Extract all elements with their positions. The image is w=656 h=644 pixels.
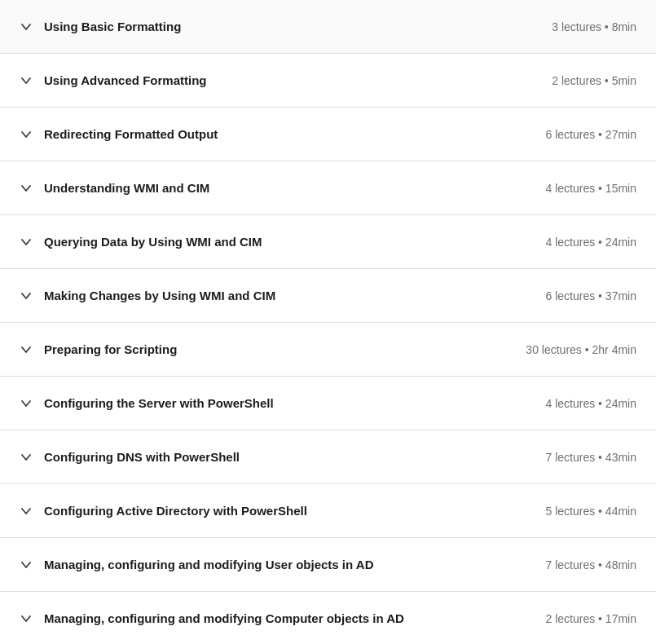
course-title: Preparing for Scripting bbox=[44, 341, 177, 358]
chevron-down-icon bbox=[20, 239, 33, 245]
course-item[interactable]: Preparing for Scripting30 lectures • 2hr… bbox=[0, 323, 656, 377]
course-meta: 7 lectures • 48min bbox=[545, 558, 636, 571]
chevron-down-icon bbox=[20, 508, 33, 514]
course-item-left: Using Basic Formatting bbox=[20, 18, 535, 35]
chevron-down-icon bbox=[20, 454, 33, 461]
course-item-left: Understanding WMI and CIM bbox=[20, 179, 529, 196]
course-meta: 3 lectures • 8min bbox=[552, 20, 636, 33]
course-item[interactable]: Using Advanced Formatting2 lectures • 5m… bbox=[0, 54, 656, 108]
chevron-down-icon bbox=[20, 400, 33, 407]
course-title: Making Changes by Using WMI and CIM bbox=[44, 287, 275, 304]
chevron-down-icon bbox=[20, 562, 33, 568]
chevron-down-icon bbox=[20, 346, 33, 353]
course-item[interactable]: Redirecting Formatted Output6 lectures •… bbox=[0, 108, 656, 161]
course-meta: 4 lectures • 24min bbox=[545, 236, 636, 249]
course-meta: 4 lectures • 15min bbox=[545, 182, 636, 195]
course-item-left: Configuring the Server with PowerShell bbox=[20, 395, 529, 412]
chevron-down-icon bbox=[20, 615, 33, 622]
chevron-down-icon bbox=[20, 293, 33, 299]
course-item-left: Preparing for Scripting bbox=[20, 341, 509, 358]
course-meta: 6 lectures • 37min bbox=[545, 289, 636, 302]
course-meta: 4 lectures • 24min bbox=[545, 397, 636, 410]
course-meta: 7 lectures • 43min bbox=[545, 451, 636, 464]
course-title: Configuring DNS with PowerShell bbox=[44, 448, 240, 465]
course-meta: 2 lectures • 5min bbox=[552, 74, 636, 87]
course-list: Using Basic Formatting3 lectures • 8minU… bbox=[0, 0, 656, 644]
course-title: Using Basic Formatting bbox=[44, 18, 181, 35]
course-item-left: Managing, configuring and modifying Comp… bbox=[20, 610, 529, 627]
course-meta: 5 lectures • 44min bbox=[545, 505, 636, 518]
course-item[interactable]: Managing, configuring and modifying User… bbox=[0, 538, 656, 592]
course-meta: 2 lectures • 17min bbox=[545, 612, 636, 625]
course-item[interactable]: Making Changes by Using WMI and CIM6 lec… bbox=[0, 269, 656, 323]
course-item[interactable]: Configuring the Server with PowerShell4 … bbox=[0, 377, 656, 430]
course-title: Configuring the Server with PowerShell bbox=[44, 395, 274, 412]
course-title: Redirecting Formatted Output bbox=[44, 126, 218, 143]
course-meta: 30 lectures • 2hr 4min bbox=[526, 343, 636, 356]
course-item[interactable]: Understanding WMI and CIM4 lectures • 15… bbox=[0, 161, 656, 215]
course-title: Managing, configuring and modifying User… bbox=[44, 556, 373, 573]
chevron-down-icon bbox=[20, 185, 33, 192]
chevron-down-icon bbox=[20, 24, 33, 30]
course-meta: 6 lectures • 27min bbox=[545, 128, 636, 141]
course-item[interactable]: Managing, configuring and modifying Comp… bbox=[0, 592, 656, 644]
course-item-left: Redirecting Formatted Output bbox=[20, 126, 529, 143]
course-title: Understanding WMI and CIM bbox=[44, 179, 209, 196]
course-item[interactable]: Querying Data by Using WMI and CIM4 lect… bbox=[0, 215, 656, 269]
course-item[interactable]: Configuring Active Directory with PowerS… bbox=[0, 484, 656, 538]
course-item-left: Configuring DNS with PowerShell bbox=[20, 448, 529, 465]
course-title: Querying Data by Using WMI and CIM bbox=[44, 233, 262, 250]
chevron-down-icon bbox=[20, 77, 33, 84]
course-item[interactable]: Using Basic Formatting3 lectures • 8min bbox=[0, 0, 656, 54]
course-item-left: Managing, configuring and modifying User… bbox=[20, 556, 529, 573]
course-item-left: Querying Data by Using WMI and CIM bbox=[20, 233, 529, 250]
course-item-left: Configuring Active Directory with PowerS… bbox=[20, 502, 529, 519]
course-item-left: Making Changes by Using WMI and CIM bbox=[20, 287, 529, 304]
course-title: Using Advanced Formatting bbox=[44, 72, 206, 89]
course-title: Managing, configuring and modifying Comp… bbox=[44, 610, 404, 627]
course-item-left: Using Advanced Formatting bbox=[20, 72, 535, 89]
chevron-down-icon bbox=[20, 131, 33, 138]
course-item[interactable]: Configuring DNS with PowerShell7 lecture… bbox=[0, 430, 656, 484]
course-title: Configuring Active Directory with PowerS… bbox=[44, 502, 307, 519]
